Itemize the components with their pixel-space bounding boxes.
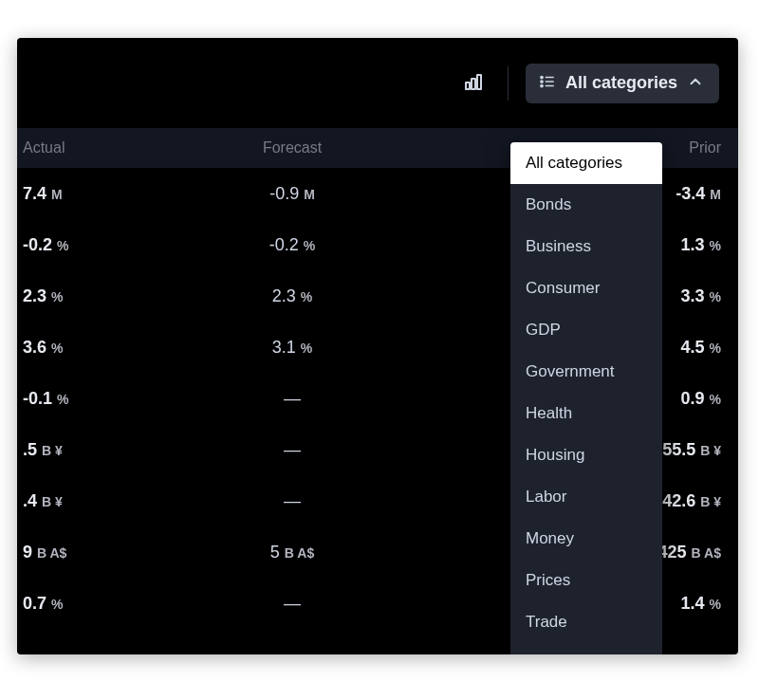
cell-actual: 9 B A$ [17, 543, 83, 562]
chart-button[interactable] [458, 68, 489, 99]
categories-dropdown-toggle[interactable]: All categories [526, 64, 719, 103]
menu-item-bonds[interactable]: Bonds [510, 184, 662, 226]
cell-actual: 3.6 % [17, 338, 83, 358]
svg-rect-0 [466, 83, 470, 89]
app-panel: All categories Actual Forecast Prior 7.4… [17, 38, 738, 654]
svg-rect-1 [472, 79, 475, 89]
svg-point-7 [541, 84, 543, 86]
categories-dropdown-menu: All categoriesBondsBusinessConsumerGDPGo… [510, 142, 662, 654]
svg-point-3 [541, 76, 543, 78]
header-actual: Actual [17, 139, 83, 157]
svg-point-5 [541, 80, 543, 82]
svg-rect-2 [477, 75, 481, 89]
cell-actual: 7.4 M [17, 184, 83, 204]
cell-actual: -0.1 % [17, 389, 83, 409]
bar-chart-icon [462, 70, 485, 97]
cell-actual: 0.7 % [17, 594, 83, 614]
menu-item-housing[interactable]: Housing [510, 434, 662, 476]
menu-item-gdp[interactable]: GDP [510, 309, 662, 351]
menu-item-consumer[interactable]: Consumer [510, 267, 662, 309]
categories-dropdown-label: All categories [565, 73, 677, 93]
menu-item-all-categories[interactable]: All categories [510, 142, 662, 184]
menu-item-business[interactable]: Business [510, 226, 662, 267]
top-bar: All categories [17, 38, 738, 128]
toolbar-divider [508, 66, 509, 101]
chevron-up-icon [687, 73, 704, 94]
cell-actual: .4 B ¥ [17, 491, 83, 511]
menu-item-prices[interactable]: Prices [510, 560, 662, 601]
menu-item-health[interactable]: Health [510, 393, 662, 434]
menu-item-money[interactable]: Money [510, 518, 662, 560]
cell-actual: 2.3 % [17, 286, 83, 306]
cell-actual: -0.2 % [17, 235, 83, 255]
list-icon [539, 73, 556, 94]
menu-item-taxes[interactable]: Taxes [510, 643, 662, 654]
menu-item-trade[interactable]: Trade [510, 601, 662, 643]
menu-item-labor[interactable]: Labor [510, 476, 662, 518]
menu-item-government[interactable]: Government [510, 351, 662, 393]
cell-actual: .5 B ¥ [17, 440, 83, 460]
